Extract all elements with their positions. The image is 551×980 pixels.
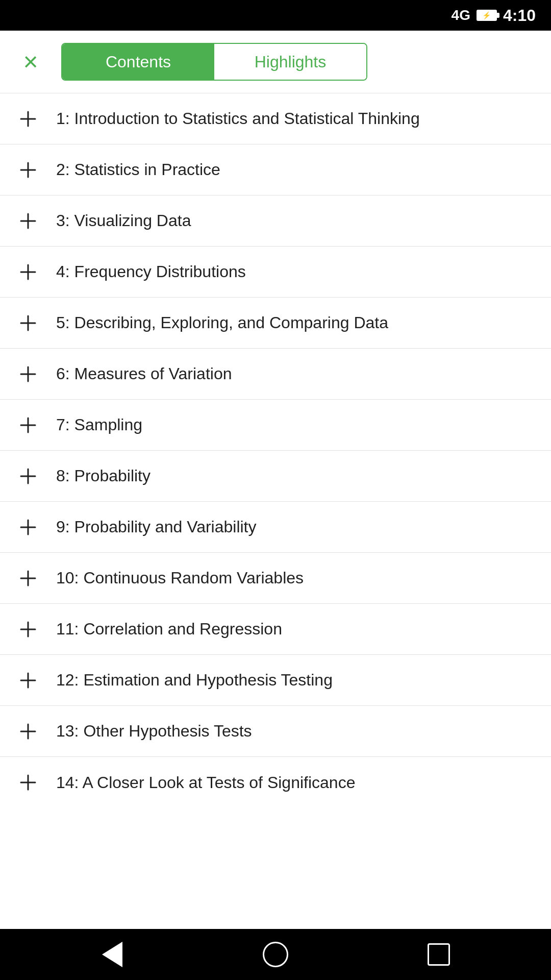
chapter-title: 14: A Closer Look at Tests of Significan… bbox=[56, 773, 355, 792]
expand-icon bbox=[15, 361, 41, 387]
expand-icon bbox=[15, 668, 41, 693]
back-icon bbox=[102, 942, 122, 967]
chapter-item[interactable]: 6: Measures of Variation bbox=[0, 349, 551, 400]
expand-icon bbox=[15, 566, 41, 591]
tab-contents-label: Contents bbox=[106, 53, 171, 71]
chapter-item[interactable]: 10: Continuous Random Variables bbox=[0, 553, 551, 604]
chapter-title: 1: Introduction to Statistics and Statis… bbox=[56, 109, 420, 128]
home-button[interactable] bbox=[255, 934, 296, 975]
expand-icon bbox=[15, 770, 41, 795]
chapter-title: 4: Frequency Distributions bbox=[56, 262, 246, 281]
recent-icon bbox=[428, 943, 450, 966]
chapter-item[interactable]: 13: Other Hypothesis Tests bbox=[0, 706, 551, 757]
tab-highlights-label: Highlights bbox=[255, 53, 327, 71]
chapter-item[interactable]: 9: Probability and Variability bbox=[0, 502, 551, 553]
tab-switcher: Contents Highlights bbox=[61, 43, 367, 81]
chapter-item[interactable]: 2: Statistics in Practice bbox=[0, 144, 551, 195]
back-button[interactable] bbox=[92, 934, 133, 975]
chapter-title: 11: Correlation and Regression bbox=[56, 620, 282, 639]
expand-icon bbox=[15, 514, 41, 540]
tab-contents[interactable]: Contents bbox=[62, 44, 214, 80]
chapter-item[interactable]: 12: Estimation and Hypothesis Testing bbox=[0, 655, 551, 706]
bottom-navigation bbox=[0, 929, 551, 980]
expand-icon bbox=[15, 463, 41, 489]
chapter-title: 9: Probability and Variability bbox=[56, 518, 257, 536]
chapter-item[interactable]: 11: Correlation and Regression bbox=[0, 604, 551, 655]
chapter-item[interactable]: 4: Frequency Distributions bbox=[0, 247, 551, 298]
chapter-item[interactable]: 1: Introduction to Statistics and Statis… bbox=[0, 93, 551, 144]
expand-icon bbox=[15, 719, 41, 744]
status-bar: 4G 4:10 bbox=[0, 0, 551, 31]
chapter-title: 5: Describing, Exploring, and Comparing … bbox=[56, 313, 388, 332]
expand-icon bbox=[15, 310, 41, 336]
expand-icon bbox=[15, 412, 41, 438]
battery-icon bbox=[477, 10, 497, 21]
chapter-title: 10: Continuous Random Variables bbox=[56, 569, 304, 587]
chapter-item[interactable]: 14: A Closer Look at Tests of Significan… bbox=[0, 757, 551, 808]
signal-indicator: 4G bbox=[452, 7, 470, 23]
close-button[interactable]: × bbox=[15, 46, 46, 77]
expand-icon bbox=[15, 157, 41, 183]
chapter-item[interactable]: 8: Probability bbox=[0, 451, 551, 502]
chapter-title: 6: Measures of Variation bbox=[56, 364, 232, 383]
expand-icon bbox=[15, 208, 41, 234]
close-icon: × bbox=[23, 49, 38, 75]
chapter-title: 8: Probability bbox=[56, 467, 151, 485]
chapter-title: 3: Visualizing Data bbox=[56, 211, 191, 230]
chapter-item[interactable]: 5: Describing, Exploring, and Comparing … bbox=[0, 298, 551, 349]
expand-icon bbox=[15, 617, 41, 642]
chapter-item[interactable]: 3: Visualizing Data bbox=[0, 195, 551, 247]
recent-button[interactable] bbox=[418, 934, 459, 975]
chapter-list: 1: Introduction to Statistics and Statis… bbox=[0, 93, 551, 929]
chapter-title: 12: Estimation and Hypothesis Testing bbox=[56, 671, 333, 690]
chapter-title: 2: Statistics in Practice bbox=[56, 160, 220, 179]
chapter-title: 13: Other Hypothesis Tests bbox=[56, 722, 252, 741]
header: × Contents Highlights bbox=[0, 31, 551, 93]
tab-highlights[interactable]: Highlights bbox=[214, 44, 366, 80]
time-display: 4:10 bbox=[503, 6, 536, 25]
expand-icon bbox=[15, 259, 41, 285]
home-icon bbox=[263, 942, 288, 967]
chapter-item[interactable]: 7: Sampling bbox=[0, 400, 551, 451]
status-icons: 4G 4:10 bbox=[452, 6, 536, 25]
expand-icon bbox=[15, 106, 41, 132]
chapter-title: 7: Sampling bbox=[56, 415, 142, 434]
